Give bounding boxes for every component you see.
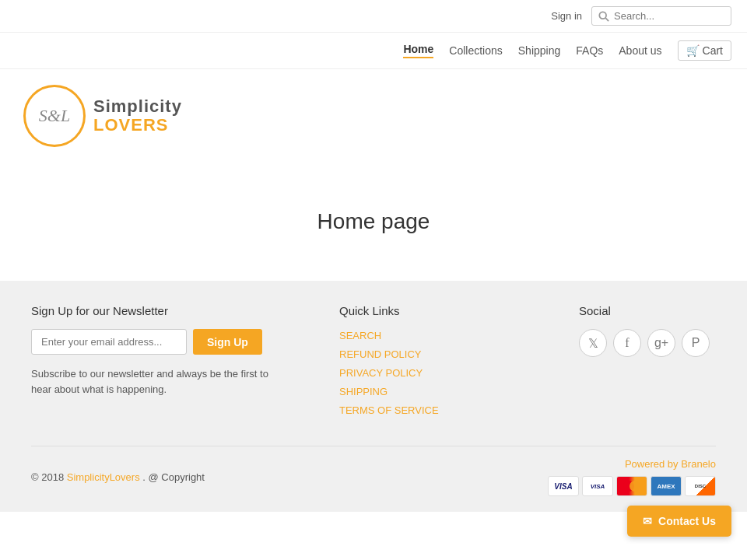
- copyright-suffix: . @ Copyright: [142, 471, 205, 483]
- discover-card-icon: DISC: [685, 476, 716, 496]
- quick-links-heading: Quick Links: [339, 304, 510, 317]
- nav-about[interactable]: About us: [619, 44, 661, 57]
- search-box: [591, 6, 731, 26]
- copyright-year: © 2018: [31, 471, 64, 483]
- signup-button[interactable]: Sign Up: [193, 329, 262, 355]
- visa-card-icon: VISA: [548, 476, 579, 496]
- newsletter-heading: Sign Up for our Newsletter: [31, 304, 271, 317]
- nav-collections[interactable]: Collections: [449, 44, 502, 57]
- logo-circle: S&L: [23, 85, 86, 147]
- newsletter-form: Sign Up: [31, 329, 271, 355]
- footer-top: Sign Up for our Newsletter Sign Up Subsc…: [31, 304, 716, 422]
- logo-monogram: S&L: [39, 106, 70, 126]
- facebook-icon[interactable]: f: [613, 329, 641, 357]
- logo-lovers: LOVERS: [93, 116, 182, 135]
- quick-link-tos[interactable]: TERMS OF SERVICE: [339, 404, 439, 416]
- google-plus-icon[interactable]: g+: [647, 329, 675, 357]
- payment-icons: VISA VISA AMEX DISC: [548, 476, 716, 496]
- envelope-icon: ✉: [643, 515, 652, 527]
- footer-bottom: © 2018 SimplicityLovers . @ Copyright Po…: [31, 446, 716, 496]
- svg-line-1: [605, 18, 608, 21]
- newsletter-description: Subscribe to our newsletter and always b…: [31, 366, 271, 397]
- list-item: TERMS OF SERVICE: [339, 404, 510, 416]
- quick-link-privacy[interactable]: PRIVACY POLICY: [339, 367, 423, 379]
- powered-by-link[interactable]: Powered by Branelo: [625, 458, 716, 470]
- copyright: © 2018 SimplicityLovers . @ Copyright: [31, 471, 205, 483]
- list-item: Search: [339, 329, 510, 341]
- pinterest-icon[interactable]: P: [682, 329, 710, 357]
- mastercard-icon: [616, 476, 647, 496]
- footer-newsletter: Sign Up for our Newsletter Sign Up Subsc…: [31, 304, 271, 422]
- main-nav: Home Collections Shipping FAQs About us …: [0, 33, 747, 69]
- contact-label: Contact Us: [658, 515, 716, 527]
- main-content: Home page: [0, 163, 747, 281]
- search-icon: [598, 11, 609, 22]
- contact-us-button[interactable]: ✉ Contact Us: [627, 506, 731, 537]
- search-input[interactable]: [614, 10, 724, 22]
- nav-faqs[interactable]: FAQs: [576, 44, 603, 57]
- footer-quick-links: Quick Links Search REFUND POLICY PRIVACY…: [339, 304, 510, 422]
- quick-link-shipping[interactable]: Shipping: [339, 386, 388, 397]
- email-input[interactable]: [31, 329, 187, 355]
- top-bar: Sign in: [0, 0, 747, 33]
- quick-link-refund[interactable]: REFUND POLICY: [339, 348, 421, 360]
- list-item: PRIVACY POLICY: [339, 366, 510, 379]
- nav-home[interactable]: Home: [403, 43, 433, 58]
- social-icons: 𝕏 f g+ P: [579, 329, 716, 357]
- visa-debit-card-icon: VISA: [582, 476, 613, 496]
- nav-shipping[interactable]: Shipping: [518, 44, 561, 57]
- quick-link-search[interactable]: Search: [339, 330, 381, 341]
- logo-area: S&L Simplicity LOVERS: [0, 69, 747, 163]
- logo-simplicity: Simplicity: [93, 97, 182, 116]
- cart-label: Cart: [703, 44, 723, 57]
- footer-right: Powered by Branelo VISA VISA AMEX DISC: [548, 458, 716, 496]
- svg-point-0: [599, 12, 606, 19]
- footer-social: Social 𝕏 f g+ P: [579, 304, 716, 422]
- quick-links-list: Search REFUND POLICY PRIVACY POLICY Ship…: [339, 329, 510, 416]
- social-heading: Social: [579, 304, 716, 317]
- logo-container: S&L Simplicity LOVERS: [23, 85, 724, 147]
- footer: Sign Up for our Newsletter Sign Up Subsc…: [0, 281, 747, 512]
- list-item: REFUND POLICY: [339, 348, 510, 360]
- cart-link[interactable]: 🛒 Cart: [678, 40, 731, 61]
- cart-icon: 🛒: [686, 44, 700, 57]
- sign-in-link[interactable]: Sign in: [551, 10, 582, 22]
- brand-link[interactable]: SimplicityLovers: [67, 471, 140, 483]
- page-title: Home page: [16, 209, 731, 234]
- twitter-icon[interactable]: 𝕏: [579, 329, 607, 357]
- amex-card-icon: AMEX: [651, 476, 682, 496]
- list-item: Shipping: [339, 385, 510, 397]
- logo-text: Simplicity LOVERS: [93, 97, 182, 135]
